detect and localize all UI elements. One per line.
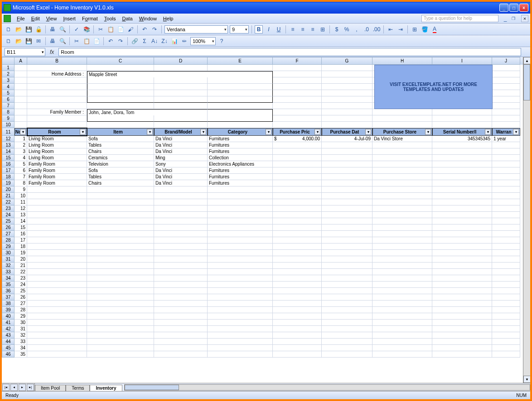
cell[interactable] xyxy=(322,231,372,237)
cell[interactable] xyxy=(154,313,208,320)
cell[interactable] xyxy=(87,320,154,326)
cell[interactable] xyxy=(27,218,87,224)
cell[interactable] xyxy=(27,250,87,256)
cell[interactable] xyxy=(27,269,87,275)
cell[interactable] xyxy=(27,326,87,332)
cell[interactable] xyxy=(322,301,372,307)
row-header[interactable]: 5 xyxy=(2,90,15,96)
cell[interactable] xyxy=(154,237,208,243)
cell-brand[interactable]: Da Vinci xyxy=(154,174,208,180)
col-header-H[interactable]: H xyxy=(372,57,432,65)
cell-no[interactable]: 10 xyxy=(15,193,27,199)
cell-no[interactable]: 29 xyxy=(15,313,27,320)
cell[interactable] xyxy=(322,218,372,224)
cell[interactable] xyxy=(492,96,520,103)
cell[interactable] xyxy=(372,307,432,313)
cell-no[interactable]: 6 xyxy=(15,167,27,174)
new-doc2-icon[interactable]: 🗋 xyxy=(5,37,13,45)
cell-date[interactable]: 4-Jul-09 xyxy=(322,136,372,142)
cell[interactable] xyxy=(322,96,372,103)
cell[interactable] xyxy=(15,122,27,128)
cell[interactable] xyxy=(372,199,432,205)
close-button[interactable]: × xyxy=(519,4,528,12)
cell[interactable] xyxy=(273,65,322,71)
cell[interactable] xyxy=(154,218,208,224)
cell[interactable] xyxy=(492,109,520,115)
cell[interactable] xyxy=(154,288,208,294)
cell[interactable] xyxy=(273,212,322,218)
cell[interactable] xyxy=(273,243,322,250)
cell[interactable] xyxy=(432,339,492,345)
cell[interactable] xyxy=(27,301,87,307)
cell[interactable] xyxy=(372,269,432,275)
cell[interactable] xyxy=(87,282,154,288)
cell[interactable] xyxy=(273,307,322,313)
cell-serial[interactable] xyxy=(432,148,492,155)
save2-icon[interactable]: 💾 xyxy=(24,37,33,45)
cell[interactable] xyxy=(87,199,154,205)
col-header-J[interactable]: J xyxy=(492,57,520,65)
cell[interactable] xyxy=(27,103,87,109)
cell[interactable] xyxy=(432,320,492,326)
cell[interactable] xyxy=(273,122,322,128)
cell[interactable] xyxy=(322,243,372,250)
select-all-corner[interactable] xyxy=(2,57,15,65)
mail-icon[interactable]: ✉ xyxy=(34,37,43,45)
cell[interactable] xyxy=(208,250,273,256)
filter-price[interactable]: Purchase Pric xyxy=(273,128,322,136)
cell[interactable] xyxy=(208,96,273,103)
cell[interactable] xyxy=(492,243,520,250)
cell-price[interactable] xyxy=(273,155,322,161)
cell[interactable] xyxy=(27,288,87,294)
cell[interactable] xyxy=(322,269,372,275)
preview2-icon[interactable]: 🔍 xyxy=(58,37,67,45)
cell[interactable] xyxy=(208,237,273,243)
cell[interactable] xyxy=(273,84,322,90)
cell[interactable] xyxy=(154,212,208,218)
cell-room[interactable]: Living Room xyxy=(27,136,87,142)
cell[interactable] xyxy=(208,84,273,90)
row-header[interactable]: 18 xyxy=(2,174,15,180)
cell[interactable] xyxy=(208,199,273,205)
save-icon[interactable]: 💾 xyxy=(24,25,33,33)
redo2-icon[interactable]: ↷ xyxy=(116,37,125,45)
font-name-combo[interactable]: Verdana xyxy=(164,25,228,33)
cell[interactable] xyxy=(492,65,520,71)
cell[interactable] xyxy=(87,275,154,282)
cell[interactable] xyxy=(154,326,208,332)
cell[interactable] xyxy=(372,115,432,122)
cell-no[interactable]: 20 xyxy=(15,256,27,263)
row-header[interactable]: 15 xyxy=(2,155,15,161)
cell[interactable] xyxy=(154,103,208,109)
col-header-A[interactable]: A xyxy=(15,57,27,65)
cell[interactable] xyxy=(208,351,273,358)
cell[interactable] xyxy=(87,288,154,294)
cell-item[interactable]: Chairs xyxy=(87,180,154,186)
cell[interactable] xyxy=(154,199,208,205)
cell-serial[interactable] xyxy=(432,155,492,161)
cell[interactable] xyxy=(87,84,154,90)
cell-brand[interactable]: Ming xyxy=(154,155,208,161)
menu-window[interactable]: Window xyxy=(136,15,160,22)
filter-brand[interactable]: Brand/Model xyxy=(154,128,208,136)
cell[interactable] xyxy=(273,351,322,358)
cell[interactable] xyxy=(492,115,520,122)
cell[interactable] xyxy=(208,212,273,218)
row-header[interactable]: 31 xyxy=(2,256,15,263)
cell[interactable] xyxy=(273,294,322,301)
cell[interactable] xyxy=(208,103,273,109)
cell[interactable] xyxy=(273,77,322,84)
cell[interactable] xyxy=(432,269,492,275)
cell[interactable] xyxy=(372,351,432,358)
cell-room[interactable]: Family Room xyxy=(27,180,87,186)
cell[interactable] xyxy=(372,339,432,345)
cell-category[interactable]: Furnitures xyxy=(208,174,273,180)
home-address-label[interactable]: Home Address : xyxy=(27,71,87,77)
cell[interactable] xyxy=(322,71,372,77)
cell[interactable] xyxy=(154,307,208,313)
cell[interactable] xyxy=(154,320,208,326)
cell[interactable] xyxy=(87,122,154,128)
cell-warranty[interactable] xyxy=(492,148,520,155)
cell[interactable] xyxy=(432,351,492,358)
cell[interactable] xyxy=(273,224,322,231)
